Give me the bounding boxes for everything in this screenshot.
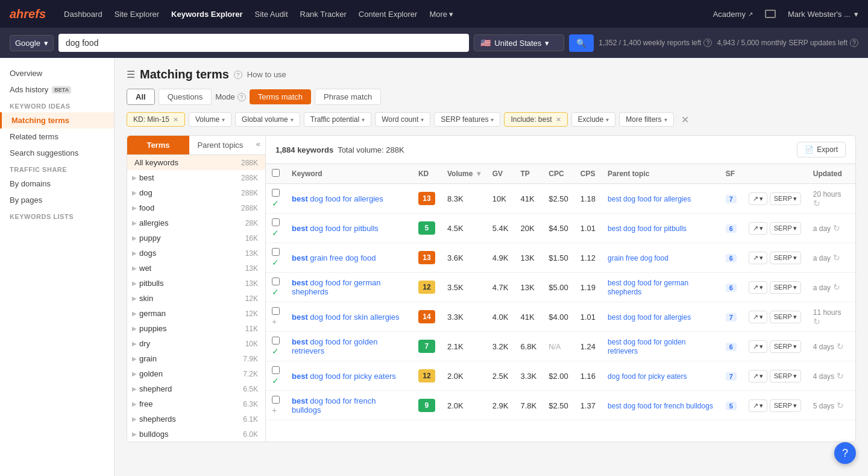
list-item[interactable]: ▶wet13K: [127, 261, 265, 276]
kd-column-header[interactable]: KD: [412, 164, 441, 184]
keyword-link[interactable]: best dog food for pitbulls: [292, 224, 379, 233]
keyword-link[interactable]: best dog food for allergies: [292, 194, 383, 203]
help-icon[interactable]: ?: [850, 39, 858, 47]
serp-button[interactable]: SERP ▾: [770, 370, 801, 382]
parent-topic-link[interactable]: best dog food for golden retrievers: [608, 338, 685, 355]
serp-button[interactable]: SERP ▾: [770, 192, 801, 205]
floating-help-button[interactable]: ?: [834, 442, 856, 464]
list-item[interactable]: ▶grain7.9K: [127, 351, 265, 366]
refresh-button[interactable]: ↻: [813, 317, 820, 326]
sidebar-item-related-terms[interactable]: Related terms: [0, 129, 114, 145]
refresh-button[interactable]: ↻: [837, 371, 844, 381]
list-item[interactable]: ▶best288K: [127, 170, 265, 185]
sidebar-item-by-pages[interactable]: By pages: [0, 192, 114, 208]
volume-filter[interactable]: Volume ▾: [189, 112, 231, 127]
parent-topic-link[interactable]: best dog food for german shepherds: [608, 279, 688, 296]
parent-topic-link[interactable]: dog food for picky eaters: [608, 372, 687, 381]
trend-button[interactable]: ↗ ▾: [749, 192, 767, 205]
row-checkbox[interactable]: [272, 218, 280, 226]
serp-features-filter[interactable]: SERP features ▾: [434, 112, 500, 127]
nav-content-explorer[interactable]: Content Explorer: [359, 10, 418, 19]
list-item[interactable]: ▶bulldogs6.0K: [127, 427, 265, 442]
search-button[interactable]: 🔍: [569, 34, 594, 52]
serp-button[interactable]: SERP ▾: [770, 252, 801, 264]
list-item[interactable]: ▶dogs13K: [127, 246, 265, 261]
sidebar-item-search-suggestions[interactable]: Search suggestions: [0, 145, 114, 161]
more-menu-button[interactable]: More ▾: [429, 10, 453, 19]
nav-site-explorer[interactable]: Site Explorer: [115, 10, 159, 19]
list-item[interactable]: ▶puppy16K: [127, 230, 265, 246]
exclude-filter[interactable]: Exclude ▾: [571, 112, 616, 127]
sidebar-item-matching-terms[interactable]: Matching terms: [0, 112, 114, 129]
help-icon[interactable]: ?: [703, 39, 712, 47]
parent-topic-link[interactable]: grain free dog food: [608, 254, 668, 262]
parent-topic-link[interactable]: best dog food for allergies: [608, 313, 691, 322]
trend-button[interactable]: ↗ ▾: [749, 281, 767, 294]
collapse-panel-button[interactable]: «: [251, 136, 265, 154]
serp-button[interactable]: SERP ▾: [770, 281, 801, 294]
cpc-column-header[interactable]: CPC: [542, 164, 574, 184]
keyword-link[interactable]: best dog food for skin allergies: [292, 313, 400, 322]
include-filter-close[interactable]: ✕: [556, 116, 561, 124]
refresh-button[interactable]: ↻: [837, 401, 844, 410]
tp-column-header[interactable]: TP: [514, 164, 542, 184]
search-engine-select[interactable]: Google ▾: [10, 35, 54, 51]
kd-filter-close[interactable]: ✕: [173, 116, 178, 124]
select-all-checkbox[interactable]: [272, 169, 280, 177]
parent-topic-link[interactable]: best dog food for french bulldogs: [608, 402, 713, 410]
refresh-button[interactable]: ↻: [837, 341, 844, 351]
how-to-use-link[interactable]: How to use: [247, 70, 286, 79]
left-tab-terms[interactable]: Terms: [127, 136, 189, 154]
global-volume-filter[interactable]: Global volume ▾: [235, 112, 300, 127]
mode-phrase-match[interactable]: Phrase match: [315, 89, 381, 105]
nav-rank-tracker[interactable]: Rank Tracker: [300, 10, 347, 19]
list-item[interactable]: ▶shepherds6.1K: [127, 411, 265, 427]
word-count-filter[interactable]: Word count ▾: [375, 112, 430, 127]
search-input[interactable]: [58, 34, 469, 52]
volume-column-header[interactable]: Volume ▾: [441, 164, 486, 184]
sidebar-item-by-domains[interactable]: By domains: [0, 176, 114, 192]
trend-button[interactable]: ↗ ▾: [749, 311, 767, 323]
user-menu-button[interactable]: Mark Webster's ... ▾: [788, 10, 858, 19]
keyword-link[interactable]: best dog food for german shepherds: [292, 278, 380, 296]
list-item[interactable]: ▶pitbulls13K: [127, 276, 265, 291]
row-checkbox[interactable]: [272, 337, 280, 344]
row-checkbox[interactable]: [272, 366, 280, 374]
parent-topic-column-header[interactable]: Parent topic: [602, 164, 720, 184]
clear-all-filters-button[interactable]: ✕: [678, 113, 693, 127]
keyword-item-all[interactable]: All keywords 288K: [127, 155, 265, 170]
tab-questions[interactable]: Questions: [159, 89, 212, 105]
list-item[interactable]: ▶german12K: [127, 306, 265, 321]
keyword-column-header[interactable]: Keyword: [286, 164, 412, 184]
list-item[interactable]: ▶free6.3K: [127, 396, 265, 411]
keyword-link[interactable]: best grain free dog food: [292, 253, 376, 262]
serp-button[interactable]: SERP ▾: [770, 311, 801, 323]
parent-topic-link[interactable]: best dog food for pitbulls: [608, 224, 687, 233]
list-item[interactable]: ▶skin12K: [127, 291, 265, 306]
trend-button[interactable]: ↗ ▾: [749, 370, 767, 382]
list-item[interactable]: ▶dog288K: [127, 185, 265, 200]
list-item[interactable]: ▶puppies11K: [127, 321, 265, 336]
serp-button[interactable]: SERP ▾: [770, 340, 801, 353]
row-checkbox[interactable]: [272, 307, 280, 315]
list-item[interactable]: ▶dry10K: [127, 336, 265, 351]
row-checkbox[interactable]: [272, 278, 280, 285]
include-filter[interactable]: Include: best ✕: [504, 112, 567, 127]
serp-button[interactable]: SERP ▾: [770, 222, 801, 235]
updated-column-header[interactable]: Updated: [807, 164, 855, 184]
tab-all[interactable]: All: [127, 89, 155, 105]
refresh-button[interactable]: ↻: [833, 282, 840, 292]
keyword-link[interactable]: best dog food for picky eaters: [292, 372, 396, 381]
trend-button[interactable]: ↗ ▾: [749, 222, 767, 235]
hamburger-icon[interactable]: ☰: [127, 69, 135, 80]
keyword-link[interactable]: best dog food for golden retrievers: [292, 337, 377, 355]
refresh-button[interactable]: ↻: [833, 223, 840, 233]
list-item[interactable]: ▶food288K: [127, 200, 265, 215]
mode-terms-match[interactable]: Terms match: [250, 89, 311, 104]
list-item[interactable]: ▶allergies28K: [127, 215, 265, 230]
cps-column-header[interactable]: CPS: [574, 164, 602, 184]
sf-column-header[interactable]: SF: [720, 164, 743, 184]
sidebar-item-overview[interactable]: Overview: [0, 65, 114, 81]
parent-topic-link[interactable]: best dog food for allergies: [608, 195, 691, 203]
sidebar-item-ads-history[interactable]: Ads history BETA: [0, 81, 114, 98]
